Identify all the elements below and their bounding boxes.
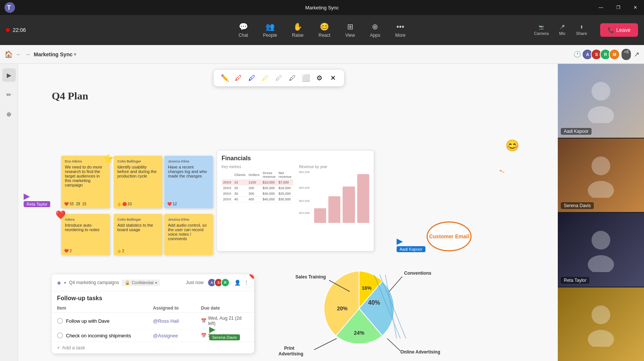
gray-pen-tool[interactable]: 🖊	[274, 73, 284, 83]
close-toolbar-button[interactable]: ✕	[328, 73, 338, 83]
sticky-note-2[interactable]: Colin Ballinger Identify usability befor…	[114, 156, 162, 208]
add-task-button[interactable]: + Add a task	[52, 342, 254, 353]
sticky-note-1[interactable]: Eva Atkins We need to do more research t…	[61, 156, 110, 208]
chevron-down-icon[interactable]: ▾	[74, 52, 76, 57]
note-author-4: Adora	[65, 218, 106, 221]
note-author-3: Jessica Kline	[168, 159, 209, 163]
nav-apps[interactable]: ⊕ Apps	[364, 19, 386, 41]
pen-tool[interactable]: ✏	[2, 88, 16, 101]
leave-button[interactable]: 📞 Leave	[600, 23, 638, 37]
settings-tool[interactable]: ⚙	[314, 73, 325, 83]
camera-label: Camera	[534, 31, 548, 36]
tasks-box: ◈ ▾ Q4 marketing campaigns 🔒 Confidentia…	[52, 274, 254, 353]
top-nav-bar: 22:06 💬 Chat 👥 People ✋ Raise 😊 React ⊞ …	[0, 15, 644, 45]
window-title: Marketing Sync	[305, 5, 339, 11]
task-add-member-icon[interactable]: 👤	[234, 280, 241, 286]
blue-pen-tool[interactable]: 🖊	[247, 73, 257, 83]
badge-chevron-icon[interactable]: ▾	[155, 281, 157, 285]
task-label-1: Follow up with Dave	[66, 318, 109, 324]
pie-chart-area: 40% 24% 20% 16% Sales Training Conventio…	[277, 252, 442, 357]
note-author-1: Eva Atkins	[65, 159, 106, 163]
main-content: ✏️ 🖊 🖊 🖊 🖊 🖊 ⬜ ⚙ ✕ ▶ ✏ ⊕ Q4 Plan Eva Atk…	[0, 64, 644, 361]
sticky-note-3[interactable]: Jessica Kline Have a recent changes log …	[164, 156, 213, 208]
nav-more[interactable]: ••• More	[389, 20, 411, 41]
task-checkbox-1[interactable]	[57, 318, 63, 324]
label-sales-training: Sales Training	[295, 274, 326, 280]
label-online-advertising: Online Advertising	[400, 349, 440, 355]
sticky-note-6[interactable]: Jessica Kline Add audio control, so the …	[164, 214, 213, 255]
react-label: React	[319, 33, 330, 38]
note-content-3: Have a recent changes log and who made t…	[168, 165, 209, 178]
nav-view[interactable]: ⊞ View	[339, 19, 361, 41]
pie-chart-svg: 40% 24% 20% 16% Sales Training Conventio…	[277, 252, 442, 357]
nav-chat[interactable]: 💬 Chat	[232, 19, 254, 41]
share-button[interactable]: ⬆ Share	[572, 23, 592, 38]
yellow-highlighter-tool[interactable]: 🖊	[260, 73, 271, 83]
task-assignee-1[interactable]: @Ross Hall	[153, 318, 201, 324]
calendar-icon-2: 📅	[201, 333, 207, 338]
teams-logo: T	[4, 2, 15, 13]
customer-email-bubble: Customer Email	[427, 221, 472, 251]
tasks-column-headers: Item Assigned to Due date	[52, 304, 254, 313]
pie-label-online: 24%	[354, 330, 365, 336]
chat-label: Chat	[238, 33, 248, 38]
dark-pen-tool[interactable]: 🖊	[287, 73, 298, 83]
mic-label: Mic	[559, 31, 566, 36]
tasks-logo-icon: ◈	[57, 280, 61, 286]
home-button[interactable]: 🏠	[4, 50, 13, 59]
leave-label: Leave	[616, 27, 631, 33]
financials-box: Financials Key metrics ClientsOrdersGros…	[217, 150, 374, 251]
sticky-note-4[interactable]: Adora Introduce auto-reordering to notes…	[61, 214, 110, 255]
select-tool[interactable]: ▶	[2, 68, 16, 82]
task-assignee-2[interactable]: @Assignee	[153, 333, 201, 338]
annotation-arrow: ←	[496, 164, 509, 178]
cursor-label-reta: Reta Taylor	[24, 201, 50, 207]
forward-button[interactable]: →	[25, 51, 31, 58]
video-panel: Aadi Kapoor Serena Davis Reta Taylor	[558, 64, 644, 361]
svg-point-17	[588, 330, 614, 347]
cursor-serena: ▶ Serena Davis	[209, 325, 240, 340]
key-metrics-label: Key metrics	[222, 165, 293, 169]
col-gross: Gross revenue	[261, 170, 277, 180]
note-content-2: Identify usability before and during the…	[117, 165, 159, 178]
black-pen-tool[interactable]: ✏️	[220, 73, 230, 83]
red-pen-tool[interactable]: 🖊	[233, 73, 244, 83]
task-menu-icon[interactable]: ⋮	[244, 280, 249, 286]
add-tool[interactable]: ⊕	[2, 107, 16, 121]
camera-icon: 📷	[539, 25, 544, 30]
tasks-chevron-icon[interactable]: ▾	[64, 281, 66, 285]
cursor-reta: ▶ Reta Taylor	[24, 191, 30, 201]
nav-react[interactable]: 😊 React	[313, 19, 336, 41]
pie-label-print: 20%	[337, 305, 348, 311]
note-author-2: Colin Ballinger	[117, 159, 159, 163]
video-name-aadi: Aadi Kapoor	[561, 128, 592, 135]
cursor-aadi: ▶ Aadi Kapoor	[397, 236, 425, 252]
star-decoration: ⭐	[103, 154, 114, 164]
mic-button[interactable]: 🎤 Mic	[555, 23, 570, 38]
lock-icon: 🔒	[125, 280, 130, 285]
task-checkbox-2[interactable]	[57, 332, 63, 338]
nav-people[interactable]: 👥 People	[257, 19, 283, 41]
task-item-2: Check on incoming shipments	[57, 332, 153, 338]
financials-title: Financials	[222, 155, 369, 162]
nav-raise[interactable]: ✋ Raise	[286, 19, 310, 41]
timer: 22:06	[13, 27, 26, 33]
cursor-arrow-reta: ▶	[24, 191, 30, 201]
share-meeting-icon[interactable]: ↗	[634, 50, 640, 59]
avatar-4: M	[609, 49, 620, 60]
close-button[interactable]: ✕	[627, 0, 644, 15]
note-author-6: Jessica Kline	[168, 218, 209, 221]
back-button[interactable]: ←	[16, 51, 22, 58]
whiteboard-area[interactable]: ✏️ 🖊 🖊 🖊 🖊 🖊 ⬜ ⚙ ✕ ▶ ✏ ⊕ Q4 Plan Eva Atk…	[0, 64, 558, 361]
svg-line-7	[387, 338, 400, 351]
more-participants-badge: +6	[622, 49, 631, 60]
sticky-note-5[interactable]: Colin Ballinger Add statistics to the bo…	[114, 214, 162, 255]
minimize-button[interactable]: —	[592, 0, 610, 15]
participant-avatars: A S R M +6	[584, 49, 631, 60]
camera-button[interactable]: 📷 Camera	[529, 23, 553, 38]
bar-4	[357, 174, 369, 223]
maximize-button[interactable]: ❐	[610, 0, 627, 15]
bar-1	[314, 208, 326, 223]
eraser-tool[interactable]: ⬜	[301, 73, 311, 83]
cursor-label-serena: Serena Davis	[209, 334, 240, 340]
